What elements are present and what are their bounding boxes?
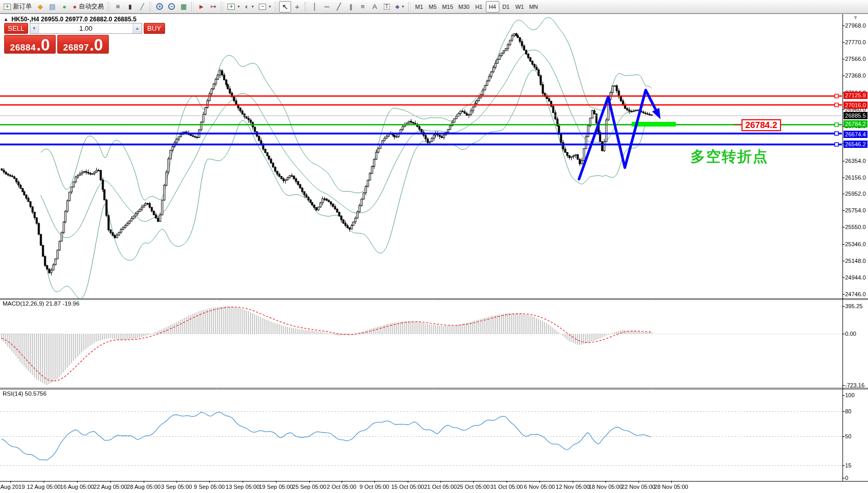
timeframe-m15-button-label: M15 [442,4,453,10]
timeframe-h1-button[interactable]: H1 [472,1,486,12]
price-level-label: 26784.2 [844,120,867,128]
price-tick-label: 27770.0 [845,39,866,45]
line-chart-button[interactable]: ╱ [136,1,148,12]
time-axis-label: 21 Oct 05:00 [424,484,457,490]
timeframe-mn-button[interactable]: MN [526,1,540,12]
time-axis-label: 16 Aug 05:00 [60,484,94,490]
text-button[interactable]: A [369,1,381,12]
dropdown-caret-icon: ▾ [251,4,254,9]
zoom-in-button[interactable]: + [154,1,166,12]
timeframe-w1-button-label: W1 [515,4,524,10]
new-chart-button[interactable]: +▾ [225,1,242,12]
macd-tick-label: -723.16 [845,382,864,388]
sell-price-main: 26884 [10,43,36,52]
rsi-tick-label: 50 [845,433,851,439]
tile-windows-icon: ▦ [181,3,187,10]
sell-price-pips: .0 [36,39,50,52]
candlestick-chart-button[interactable]: ▮ [124,1,136,12]
indicators-button[interactable]: ~▾ [256,1,273,12]
zoom-out-icon: − [168,3,175,10]
toolbar-separator [408,2,411,11]
auto-trading-button-label: 自动交易 [79,2,104,11]
price-tick-label: 25550.0 [845,224,866,230]
signals-button[interactable]: ● [58,1,70,12]
volume-increase-button[interactable]: ▲ [133,23,142,33]
timeframe-h4-button-label: H4 [489,4,496,10]
time-axis-label: 9 Oct 05:00 [360,484,389,490]
signal-icon: ● [62,4,66,10]
buy-price-display[interactable]: 26897.0 [57,35,109,54]
collapse-icon[interactable]: ▲ [4,17,8,22]
text-label-button[interactable]: T [381,1,393,12]
price-tick-label: 25346.0 [845,241,866,247]
zoom-out-button[interactable]: − [166,1,178,12]
auto-trading-button[interactable]: ●自动交易 [70,1,106,12]
timeframe-m5-button[interactable]: M5 [426,1,439,12]
chart-title: ▲ HK50-,H4 26955.0 26977.0 26882.0 26885… [4,16,136,23]
timeframe-m1-button[interactable]: M1 [412,1,426,12]
arrow-objects-icon: ◆ [395,4,399,9]
cursor-button[interactable]: ↖ [279,1,291,12]
timeframe-w1-button[interactable]: W1 [513,1,527,12]
tile-windows-button[interactable]: ▦ [178,1,190,12]
price-level-label: 27016.0 [844,102,867,109]
turning-point-annotation[interactable]: 多空转折点 [690,149,769,164]
sell-price-display[interactable]: 26884.0 [4,35,56,54]
channel-button[interactable]: ∥ [345,1,357,12]
price-tick-label: 27968.0 [845,22,866,29]
time-axis-label: 28 Nov 05:00 [654,484,688,490]
macd-indicator-label: MACD(12,26,9) 21.87 -19.96 [3,300,80,307]
dropdown-caret-icon: ▾ [237,4,240,9]
macd-tick-label: 395.25 [845,303,863,309]
timeframe-d1-button-label: D1 [502,4,510,10]
horizontal-line-button[interactable]: ─ [321,1,333,12]
rsi-tick-label: 80 [845,408,851,414]
market-watch-button[interactable]: ◆ [34,1,46,12]
data-window-button[interactable]: ▤ [46,1,58,12]
price-level-label: 27125.9 [844,92,867,99]
text-label-icon: T [384,4,390,10]
timeframe-h4-button[interactable]: H4 [486,1,499,12]
price-tick-label: 26156.0 [845,174,866,181]
fibonacci-button[interactable]: ≡ [357,1,369,12]
price-tick-label: 24746.0 [845,291,866,297]
chart-shift-button[interactable]: ↦ [207,1,219,12]
volume-control: ▼ ▲ [30,23,142,34]
zoom-in-icon: + [156,3,163,10]
volume-input[interactable] [39,23,133,33]
auto-scroll-button[interactable]: ▶ [195,1,207,12]
rsi-tick-label: 15 [845,462,851,469]
chart-canvas[interactable] [0,0,868,493]
sell-button[interactable]: SELL [4,23,28,34]
scroll-to-latest-icon[interactable]: ▼ [853,15,858,20]
trendline-button[interactable]: ╱ [333,1,345,12]
arrows-button[interactable]: ◆▾ [393,1,407,12]
bar-chart-button[interactable]: ≡ [112,1,124,12]
market-watch-icon: ◆ [38,3,43,10]
trendline-icon: ╱ [337,3,341,10]
toolbar-separator [305,2,307,11]
crosshair-button[interactable]: + [291,1,303,12]
new-order-button[interactable]: +新订单 [1,1,34,12]
indicators-icon: ~ [259,4,266,10]
dropdown-caret-icon: ▾ [402,4,404,9]
timeframe-d1-button[interactable]: D1 [499,1,513,12]
volume-decrease-button[interactable]: ▼ [30,23,39,33]
new-order-button-label: 新订单 [13,2,32,11]
profiles-button[interactable]: ◐▾ [242,1,256,12]
bar-chart-icon: ≡ [115,5,121,9]
price-callout-box[interactable]: 26784.2 [741,119,781,131]
toolbar-separator [221,2,223,11]
timeframe-m30-button[interactable]: M30 [456,1,472,12]
data-window-icon: ▤ [49,3,55,10]
chart-shift-icon: ↦ [210,3,216,10]
vertical-line-icon: │ [313,3,317,10]
dropdown-caret-icon: ▾ [269,4,271,9]
time-axis-label: 28 Aug 05:00 [127,484,161,490]
timeframe-m15-button[interactable]: M15 [439,1,456,12]
macd-tick-label: 0.00 [845,331,856,337]
time-axis-label: 13 Sep 05:00 [225,484,259,490]
vertical-line-button[interactable]: │ [309,1,321,12]
chart-title-text: HK50-,H4 26955.0 26977.0 26882.0 26885.5 [11,16,136,23]
buy-button[interactable]: BUY [144,23,165,34]
